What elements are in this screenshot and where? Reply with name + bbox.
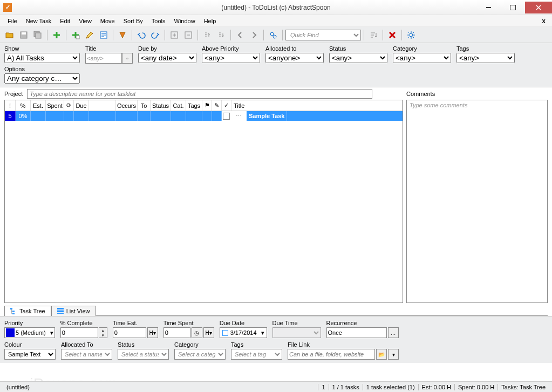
col-priority[interactable]: ! [5, 100, 16, 111]
filter-dueby-label: Due by [138, 45, 196, 52]
timespent-unit[interactable]: H▾ [203, 327, 214, 338]
prop-recurrence[interactable] [326, 327, 387, 338]
cell-est [31, 111, 46, 121]
new-task-icon[interactable] [50, 29, 63, 42]
tab-list-view[interactable]: List View [51, 306, 96, 316]
collapse-icon[interactable] [182, 29, 195, 42]
filter-title[interactable] [85, 53, 122, 64]
pcomplete-spinner[interactable]: ▲▼ [99, 327, 107, 338]
save-icon[interactable] [17, 29, 30, 42]
status-tasks: 1 / 1 tasks [329, 384, 363, 390]
edit-icon[interactable] [83, 29, 96, 42]
timeest-unit[interactable]: H▾ [147, 327, 158, 338]
filter-options[interactable]: Any category c… [4, 73, 80, 84]
tab-task-tree[interactable]: Task Tree [4, 306, 51, 316]
col-status[interactable]: Status [151, 100, 171, 111]
comments-pane[interactable]: Type some comments [406, 100, 548, 303]
prop-tags-label: Tags [231, 341, 282, 348]
sort-icon[interactable] [367, 29, 380, 42]
filter-status[interactable]: <any> [329, 53, 387, 63]
filter-allocatedto-label: Allocated to [265, 45, 324, 52]
menu-new-task[interactable]: New Task [22, 17, 56, 25]
delete-task-icon[interactable] [386, 29, 399, 42]
move-down-icon[interactable] [215, 29, 228, 42]
col-tags[interactable]: Tags [186, 100, 202, 111]
open-icon[interactable] [3, 29, 16, 42]
settings-icon[interactable] [405, 29, 418, 42]
redo-icon[interactable] [149, 29, 162, 42]
filter-title-dialog-button[interactable]: ▫ [122, 53, 133, 64]
prop-timeest[interactable] [113, 327, 146, 338]
doc-close-button[interactable]: x [539, 17, 549, 25]
col-percent[interactable]: % [16, 100, 31, 111]
prop-status[interactable]: Select a status [118, 349, 169, 360]
tree-icon [10, 308, 17, 314]
col-check-icon[interactable]: ✓ [222, 100, 231, 111]
cell-status [151, 111, 171, 121]
forward-icon[interactable] [248, 29, 261, 42]
menu-view[interactable]: View [74, 17, 96, 25]
menu-sort-by[interactable]: Sort By [119, 17, 147, 25]
filter-show[interactable]: A) All Tasks [4, 53, 80, 63]
cell-title[interactable]: Sample Task [247, 111, 287, 121]
timespent-timer[interactable]: ◷ [192, 327, 202, 338]
save-all-icon[interactable] [31, 29, 44, 42]
undo-icon[interactable] [135, 29, 148, 42]
menu-edit[interactable]: Edit [56, 17, 74, 25]
col-occurs-lab[interactable]: Occurs [116, 100, 138, 111]
prop-colour[interactable]: Sample Text [4, 349, 56, 360]
prop-pcomplete[interactable] [60, 327, 98, 338]
prop-category[interactable]: Select a catego [174, 349, 226, 360]
task-row[interactable]: 5 0% ⋯ Sample Task [5, 111, 403, 121]
menu-move[interactable]: Move [96, 17, 119, 25]
menu-file[interactable]: File [3, 17, 22, 25]
menu-tools[interactable]: Tools [147, 17, 170, 25]
project-name-input[interactable] [27, 89, 372, 99]
col-flag-icon[interactable]: ⚑ [202, 100, 212, 111]
prop-tags[interactable]: Select a tag [231, 349, 282, 360]
prop-filelink[interactable] [288, 349, 375, 360]
prop-category-label: Category [174, 341, 226, 348]
col-cat[interactable]: Cat. [171, 100, 186, 111]
properties-icon[interactable] [97, 29, 110, 42]
recurrence-dialog-button[interactable]: … [388, 327, 399, 338]
prop-duedate-label: Due Date [220, 320, 267, 326]
list-icon [57, 308, 64, 314]
filter-tags[interactable]: <any> [456, 53, 515, 63]
col-to[interactable]: To [138, 100, 151, 111]
svg-rect-1 [22, 32, 26, 35]
find-icon[interactable] [267, 29, 280, 42]
col-est[interactable]: Est. [31, 100, 46, 111]
filter-dueby[interactable]: <any date> [138, 53, 196, 63]
back-icon[interactable] [234, 29, 247, 42]
delete-icon[interactable] [116, 29, 129, 42]
filter-allocatedto[interactable]: <anyone> [265, 53, 324, 63]
filter-category[interactable]: <any> [393, 53, 451, 63]
filter-abovepriority[interactable]: <any> [202, 53, 260, 63]
col-occurs[interactable] [89, 100, 116, 111]
quickfind-input[interactable]: Quick Find [285, 30, 361, 40]
col-spent[interactable]: Spent [46, 100, 64, 111]
col-recur[interactable]: ⟳ [64, 100, 74, 111]
filelink-browse-button[interactable]: 📂 [376, 349, 387, 360]
status-est: Est: 0.00 H [418, 384, 454, 390]
maximize-button[interactable] [501, 2, 525, 13]
menu-window[interactable]: Window [170, 17, 200, 25]
col-due[interactable]: Due [74, 100, 89, 111]
svg-point-9 [273, 35, 276, 38]
prop-allocatedto[interactable]: Select a name [61, 349, 112, 360]
col-title[interactable]: Title [231, 100, 403, 111]
prop-duedate[interactable]: 3/17/2014▾ [220, 327, 267, 338]
prop-timespent[interactable] [163, 327, 190, 338]
col-lock-icon[interactable]: ✎ [212, 100, 222, 111]
move-up-icon[interactable] [201, 29, 214, 42]
close-button[interactable] [525, 2, 552, 13]
expand-icon[interactable] [168, 29, 181, 42]
cell-check[interactable] [222, 111, 231, 121]
task-header: ! % Est. Spent ⟳ Due Occurs To Status Ca… [5, 100, 403, 111]
minimize-button[interactable] [476, 2, 501, 13]
svg-rect-11 [10, 308, 12, 310]
new-subtask-icon[interactable] [69, 29, 82, 42]
menu-help[interactable]: Help [200, 17, 221, 25]
filelink-dropdown[interactable]: ▾ [388, 349, 399, 360]
